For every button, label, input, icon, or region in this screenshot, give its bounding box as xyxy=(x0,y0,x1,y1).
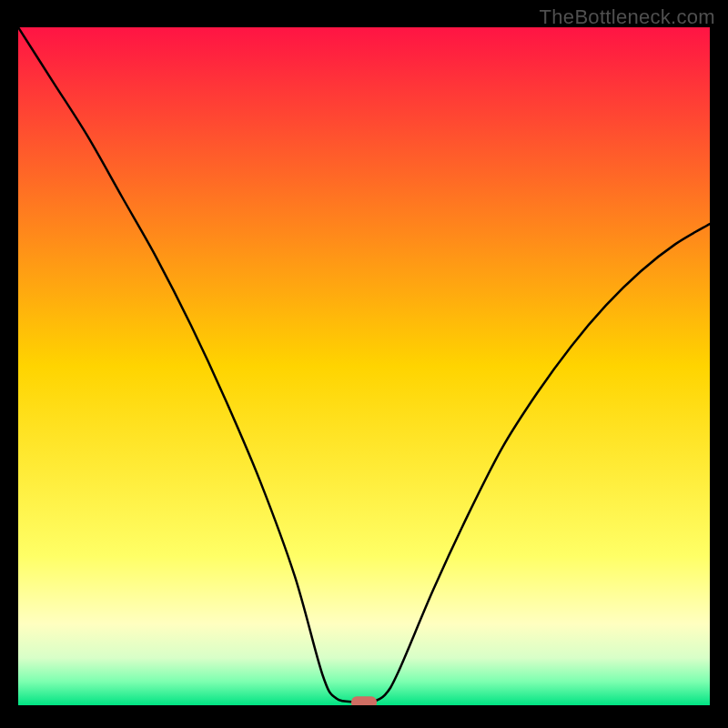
chart-container: TheBottleneck.com xyxy=(0,0,728,728)
plot-area xyxy=(18,27,710,705)
watermark-label: TheBottleneck.com xyxy=(540,5,715,29)
svg-rect-1 xyxy=(351,696,377,705)
optimum-marker xyxy=(18,27,710,705)
